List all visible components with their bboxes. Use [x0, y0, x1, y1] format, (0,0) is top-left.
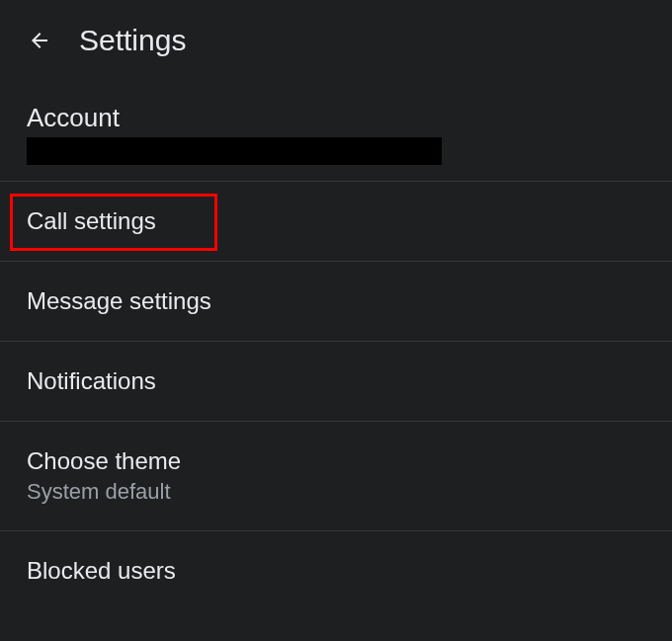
settings-item-message-settings[interactable]: Message settings: [0, 262, 672, 342]
settings-item-label: Blocked users: [27, 557, 645, 585]
settings-item-subtitle: System default: [27, 479, 645, 505]
back-arrow-svg: [28, 28, 51, 53]
account-section[interactable]: Account: [0, 81, 672, 182]
settings-item-call-settings[interactable]: Call settings: [0, 182, 672, 262]
account-redacted-value: [27, 137, 442, 165]
header: Settings: [0, 0, 672, 81]
settings-item-label: Notifications: [27, 367, 645, 395]
settings-item-label: Call settings: [27, 207, 645, 235]
settings-item-choose-theme[interactable]: Choose theme System default: [0, 422, 672, 531]
account-label: Account: [27, 103, 645, 133]
settings-item-notifications[interactable]: Notifications: [0, 342, 672, 422]
page-title: Settings: [79, 24, 186, 57]
settings-item-label: Choose theme: [27, 447, 645, 475]
settings-item-label: Message settings: [27, 287, 645, 315]
back-arrow-icon[interactable]: [28, 29, 51, 52]
settings-item-blocked-users[interactable]: Blocked users: [0, 531, 672, 624]
